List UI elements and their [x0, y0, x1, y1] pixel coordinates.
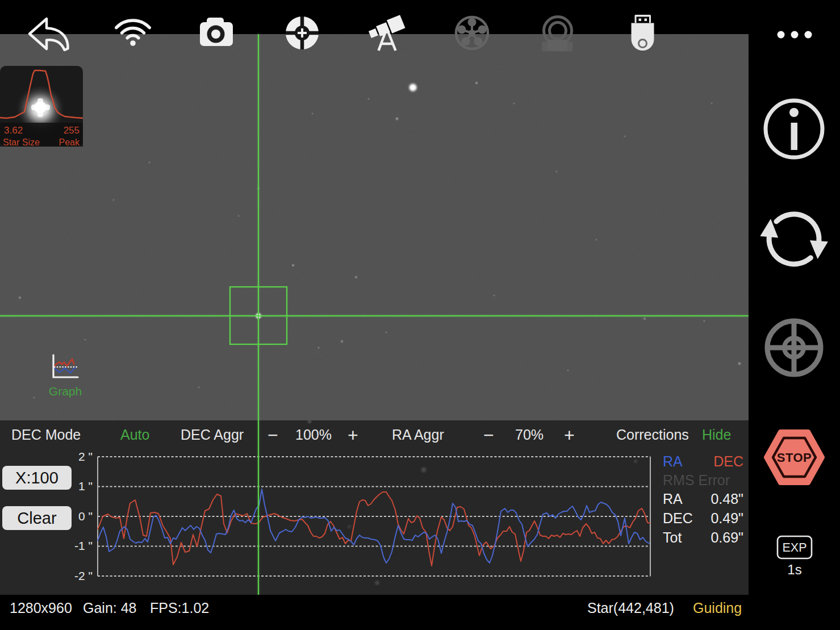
svg-text:Peak: Peak	[59, 137, 80, 147]
svg-text:0 ": 0 "	[78, 510, 93, 523]
svg-text:-2 ": -2 "	[74, 569, 93, 582]
svg-text:1s: 1s	[787, 562, 801, 577]
svg-text:EXP: EXP	[782, 541, 806, 554]
svg-text:Graph: Graph	[49, 385, 82, 398]
svg-text:Star Size: Star Size	[3, 137, 40, 147]
svg-text:1 ": 1 "	[78, 479, 93, 493]
svg-text:-1 ": -1 "	[74, 539, 93, 552]
svg-text:STOP: STOP	[777, 450, 812, 465]
svg-text:3.62: 3.62	[4, 125, 23, 136]
svg-text:255: 255	[64, 125, 80, 136]
svg-text:2 ": 2 "	[78, 450, 93, 463]
